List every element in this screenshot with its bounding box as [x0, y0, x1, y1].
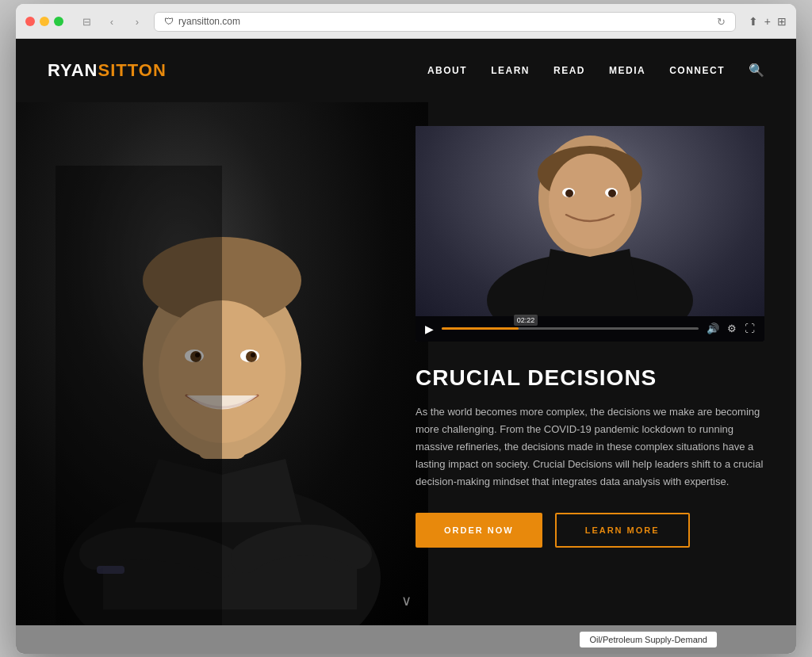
- learn-more-button[interactable]: LEARN MORE: [555, 513, 690, 548]
- logo-sitton: SITTON: [98, 60, 167, 80]
- order-now-button[interactable]: ORDER NOW: [416, 513, 542, 548]
- video-thumbnail: [416, 126, 764, 316]
- nav-media[interactable]: MEDIA: [609, 65, 645, 76]
- browser-controls: ⊟ ‹ ›: [76, 13, 147, 29]
- share-icon[interactable]: ⬆: [749, 15, 758, 28]
- close-button[interactable]: [25, 17, 35, 26]
- scroll-down-indicator[interactable]: ∨: [401, 592, 412, 609]
- site-logo[interactable]: RYANSITTON: [48, 60, 167, 81]
- forward-icon[interactable]: ›: [127, 13, 147, 29]
- refresh-icon[interactable]: ↻: [717, 16, 726, 28]
- volume-icon[interactable]: 🔊: [707, 323, 719, 334]
- website: RYANSITTON ABOUT LEARN READ MEDIA CONNEC…: [16, 39, 796, 625]
- video-controls-right: 🔊 ⚙ ⛶: [707, 323, 755, 334]
- main-nav: RYANSITTON ABOUT LEARN READ MEDIA CONNEC…: [16, 39, 796, 102]
- video-time-badge: 02:22: [514, 315, 538, 326]
- minimize-button[interactable]: [40, 17, 49, 26]
- section-description: As the world becomes more complex, the d…: [416, 403, 764, 491]
- fullscreen-icon[interactable]: ⛶: [745, 323, 755, 334]
- bottom-tooltip-bar: Oil/Petroleum Supply-Demand: [16, 625, 796, 654]
- cta-buttons: ORDER NOW LEARN MORE: [416, 513, 764, 548]
- video-controls-bar: ▶ 02:22 🔊 ⚙ ⛶: [416, 316, 764, 342]
- nav-learn[interactable]: LEARN: [491, 65, 530, 76]
- video-progress-fill: [442, 327, 519, 330]
- shield-icon: 🛡: [164, 16, 174, 27]
- search-icon[interactable]: 🔍: [749, 63, 764, 78]
- svg-point-10: [251, 353, 255, 357]
- sidebar-toggle-icon[interactable]: ⊟: [76, 13, 97, 29]
- person-figure: [56, 166, 389, 625]
- url-text: ryansitton.com: [178, 16, 240, 27]
- nav-connect[interactable]: CONNECT: [669, 65, 725, 76]
- video-person-figure: [479, 126, 701, 316]
- svg-point-17: [549, 154, 631, 249]
- nav-read[interactable]: READ: [553, 65, 585, 76]
- browser-actions: ⬆ + ⊞: [749, 15, 787, 28]
- back-icon[interactable]: ‹: [102, 13, 122, 29]
- nav-links: ABOUT LEARN READ MEDIA CONNECT 🔍: [427, 63, 764, 78]
- browser-chrome: ⊟ ‹ › 🛡 ryansitton.com ↻ ⬆ + ⊞: [16, 4, 796, 39]
- svg-point-20: [565, 189, 573, 197]
- grid-icon[interactable]: ⊞: [777, 15, 787, 28]
- person-silhouette: [16, 102, 428, 625]
- settings-icon[interactable]: ⚙: [727, 323, 737, 334]
- svg-rect-12: [56, 166, 222, 625]
- address-bar[interactable]: 🛡 ryansitton.com ↻: [154, 12, 736, 32]
- logo-ryan: RYAN: [48, 60, 98, 80]
- section-title: CRUCIAL DECISIONS: [416, 365, 764, 391]
- new-tab-icon[interactable]: +: [764, 15, 771, 28]
- traffic-lights: [25, 17, 63, 26]
- tooltip-tag: Oil/Petroleum Supply-Demand: [580, 632, 717, 647]
- hero-content: ▶ 02:22 🔊 ⚙ ⛶ CRUCIAL DECISIONS: [384, 102, 796, 579]
- nav-about[interactable]: ABOUT: [427, 65, 467, 76]
- video-player: ▶ 02:22 🔊 ⚙ ⛶: [416, 126, 764, 342]
- video-person-bg: [416, 126, 764, 316]
- video-progress-bar[interactable]: 02:22: [442, 327, 699, 330]
- hero-photo: [16, 102, 428, 625]
- hero-section: ▶ 02:22 🔊 ⚙ ⛶ CRUCIAL DECISIONS: [16, 102, 796, 625]
- browser-window: ⊟ ‹ › 🛡 ryansitton.com ↻ ⬆ + ⊞ RYANSITTO…: [16, 4, 796, 654]
- maximize-button[interactable]: [54, 17, 63, 26]
- svg-point-21: [608, 189, 616, 197]
- play-button[interactable]: ▶: [425, 323, 434, 335]
